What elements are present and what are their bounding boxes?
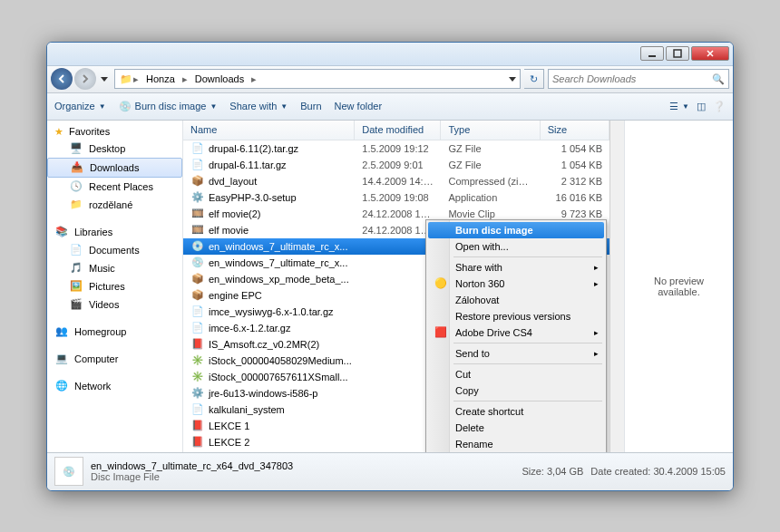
file-icon: 📦 <box>190 272 205 286</box>
folder-icon: 📁 <box>119 72 133 86</box>
computer-icon: 💻 <box>54 352 69 366</box>
svg-rect-1 <box>674 50 681 57</box>
file-icon: 🎞️ <box>190 223 205 237</box>
status-filetype: Disc Image File <box>91 471 514 482</box>
sidebar-computer[interactable]: 💻Computer <box>47 350 182 368</box>
file-icon: 📕 <box>190 451 205 452</box>
chevron-right-icon: ▸ <box>133 73 139 85</box>
column-name[interactable]: Name <box>183 121 355 140</box>
column-headers: Name Date modified Type Size <box>183 121 609 140</box>
menu-restore[interactable]: Restore previous versions <box>428 308 604 324</box>
preview-pane: No preview available. <box>624 121 733 452</box>
search-box[interactable]: 🔍 <box>548 69 729 89</box>
file-icon: 📄 <box>190 141 205 156</box>
sidebar-network[interactable]: 🌐Network <box>47 377 182 395</box>
main: Name Date modified Type Size 📄drupal-6.1… <box>183 121 733 452</box>
statusbar: 💿 en_windows_7_ultimate_rc_x64_dvd_34780… <box>47 452 733 490</box>
desktop-icon: 🖥️ <box>69 141 83 156</box>
organize-button[interactable]: Organize ▼ <box>54 101 106 111</box>
file-icon: ✳️ <box>190 370 205 384</box>
disc-icon: 💿 <box>119 101 132 112</box>
menu-burn-disc-image[interactable]: Burn disc image <box>428 222 604 238</box>
file-icon: 📕 <box>190 419 205 433</box>
file-icon: ⚙️ <box>190 386 205 401</box>
burn-button[interactable]: Burn <box>300 101 321 111</box>
menu-create-shortcut[interactable]: Create shortcut <box>428 403 604 420</box>
adobe-icon: 🟥 <box>434 325 448 340</box>
menu-zalohovat[interactable]: Zálohovat <box>428 292 604 308</box>
sidebar-item-rozdelane[interactable]: 📁rozdělané <box>47 196 182 214</box>
sidebar-item-downloads[interactable]: 📥Downloads <box>47 158 182 178</box>
addressbar[interactable]: 📁 ▸ Honza ▸ Downloads ▸ <box>114 69 521 89</box>
file-icon: 📄 <box>190 402 205 417</box>
music-icon: 🎵 <box>69 261 83 276</box>
navbar: 📁 ▸ Honza ▸ Downloads ▸ ↻ 🔍 <box>47 66 733 93</box>
menu-adobe[interactable]: 🟥Adobe Drive CS4▸ <box>428 324 604 341</box>
breadcrumb-honza[interactable]: Honza <box>142 73 179 84</box>
preview-pane-button[interactable]: ◫ <box>697 101 706 112</box>
burn-disc-image-button[interactable]: 💿Burn disc image ▼ <box>119 101 218 112</box>
status-created: Date created: 30.4.2009 15:05 <box>590 466 726 477</box>
sidebar-favorites[interactable]: ★Favorites <box>47 124 182 140</box>
new-folder-button[interactable]: New folder <box>335 101 383 111</box>
sidebar-item-music[interactable]: 🎵Music <box>47 259 182 277</box>
table-row[interactable]: 📦dvd_layout14.4.2009 14:30Compressed (zi… <box>183 173 609 189</box>
menu-copy[interactable]: Copy <box>428 382 604 399</box>
breadcrumb: ▸ Honza ▸ Downloads ▸ <box>133 73 257 85</box>
menu-delete[interactable]: Delete <box>428 420 604 436</box>
table-row[interactable]: 📄drupal-6.11(2).tar.gz1.5.2009 19:12GZ F… <box>183 140 609 157</box>
menu-send-to[interactable]: Send to▸ <box>428 345 604 362</box>
refresh-button[interactable]: ↻ <box>524 69 544 89</box>
search-icon: 🔍 <box>712 73 725 85</box>
menu-rename[interactable]: Rename <box>428 436 604 452</box>
maximize-button[interactable] <box>666 46 689 61</box>
menu-cut[interactable]: Cut <box>428 366 604 382</box>
file-icon: ⚙️ <box>190 190 205 205</box>
file-icon: 💿 <box>190 239 205 254</box>
explorer-window: 📁 ▸ Honza ▸ Downloads ▸ ↻ 🔍 Organize ▼ 💿… <box>46 42 734 491</box>
network-icon: 🌐 <box>54 379 69 393</box>
star-icon: ★ <box>54 126 63 138</box>
sidebar-homegroup[interactable]: 👥Homegroup <box>47 323 182 341</box>
share-with-button[interactable]: Share with ▼ <box>229 101 288 111</box>
view-button[interactable]: ☰ ▼ <box>669 101 689 112</box>
downloads-icon: 📥 <box>70 160 84 175</box>
table-row[interactable]: ⚙️EasyPHP-3.0-setup1.5.2009 19:08Applica… <box>183 189 609 206</box>
sidebar-item-documents[interactable]: 📄Documents <box>47 241 182 259</box>
file-icon: ✳️ <box>190 353 205 368</box>
menu-open-with[interactable]: Open with... <box>428 238 604 255</box>
forward-button[interactable] <box>74 68 96 90</box>
column-date[interactable]: Date modified <box>355 121 441 140</box>
history-dropdown[interactable] <box>98 70 111 88</box>
pictures-icon: 🖼️ <box>69 279 83 294</box>
toolbar: Organize ▼ 💿Burn disc image ▼ Share with… <box>47 93 733 121</box>
close-button[interactable] <box>691 46 729 61</box>
column-size[interactable]: Size <box>541 121 609 140</box>
sidebar-item-recent[interactable]: 🕓Recent Places <box>47 178 182 196</box>
back-button[interactable] <box>51 68 73 90</box>
sidebar-libraries[interactable]: 📚Libraries <box>47 223 182 241</box>
sidebar-item-pictures[interactable]: 🖼️Pictures <box>47 277 182 295</box>
breadcrumb-downloads[interactable]: Downloads <box>191 73 248 84</box>
menu-share-with[interactable]: Share with▸ <box>428 259 604 276</box>
scrollbar[interactable] <box>609 121 624 452</box>
column-type[interactable]: Type <box>441 121 540 140</box>
videos-icon: 🎬 <box>69 297 83 312</box>
status-size: Size: 3,04 GB <box>522 466 583 477</box>
file-icon: 📄 <box>190 305 205 319</box>
minimize-button[interactable] <box>640 46 664 61</box>
file-icon: 📦 <box>190 288 205 303</box>
search-input[interactable] <box>552 73 712 84</box>
chevron-right-icon: ▸ <box>182 73 188 85</box>
address-dropdown[interactable] <box>509 77 516 82</box>
body: ★Favorites 🖥️Desktop 📥Downloads 🕓Recent … <box>47 121 733 452</box>
file-icon: 📄 <box>190 321 205 335</box>
file-icon: 💿 <box>190 256 205 270</box>
documents-icon: 📄 <box>69 243 83 257</box>
sidebar-item-desktop[interactable]: 🖥️Desktop <box>47 140 182 158</box>
chevron-right-icon: ▸ <box>251 73 257 85</box>
sidebar-item-videos[interactable]: 🎬Videos <box>47 295 182 314</box>
menu-norton[interactable]: 🟡Norton 360▸ <box>428 276 604 292</box>
table-row[interactable]: 📄drupal-6.11.tar.gz2.5.2009 9:01GZ File1… <box>183 157 609 173</box>
help-button[interactable]: ❔ <box>713 101 726 112</box>
